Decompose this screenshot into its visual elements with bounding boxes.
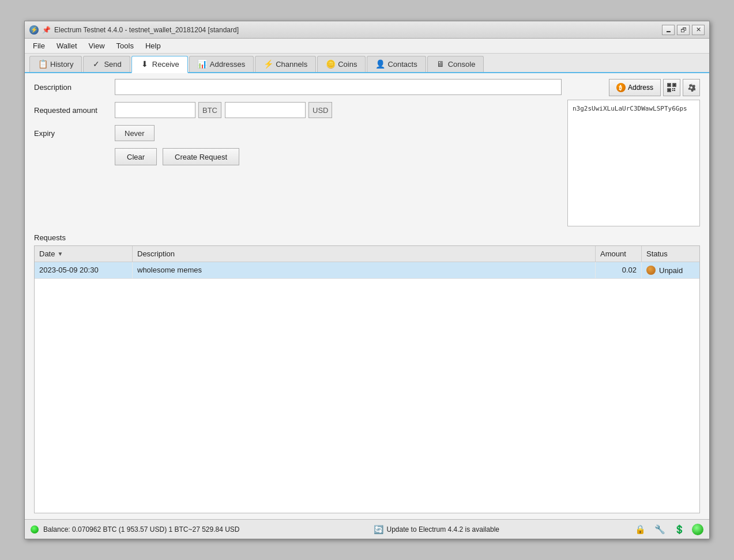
update-notice[interactable]: 🔄 Update to Electrum 4.4.2 is available <box>374 525 499 534</box>
requests-title: Requests <box>34 233 700 242</box>
pin-button[interactable]: 📌 <box>42 26 51 34</box>
svg-rect-7 <box>674 88 675 89</box>
currency-icon-btn[interactable]: 💲 <box>672 522 687 537</box>
lock-icon-btn[interactable]: 🔒 <box>633 522 648 537</box>
description-row: Description <box>34 79 562 95</box>
address-button[interactable]: ₿ Address <box>609 79 661 96</box>
description-header-label: Description <box>137 249 175 258</box>
amount-column-header[interactable]: Amount <box>596 246 642 262</box>
tools-icon-btn[interactable]: 🔧 <box>653 522 668 537</box>
requests-section: Requests Date ▼ Description Amount Statu… <box>34 233 700 513</box>
requests-table: Date ▼ Description Amount Status 2023-05… <box>34 245 700 513</box>
description-cell: wholesome memes <box>133 262 596 278</box>
content-area: Description Requested amount BTC USD Exp… <box>25 73 709 519</box>
tab-console[interactable]: 🖥 Console <box>427 56 484 72</box>
tab-receive[interactable]: ⬇ Receive <box>131 56 188 73</box>
menu-item-help[interactable]: Help <box>140 40 167 52</box>
svg-rect-8 <box>672 90 673 91</box>
address-btn-label: Address <box>628 84 653 92</box>
qr-panel: ₿ Address <box>567 79 700 226</box>
description-column-header[interactable]: Description <box>133 246 596 262</box>
status-column-header[interactable]: Status <box>642 246 699 262</box>
status-label: Unpaid <box>659 266 683 275</box>
tab-icon-console: 🖥 <box>436 59 445 69</box>
menu-item-view[interactable]: View <box>83 40 111 52</box>
btc-input[interactable] <box>115 102 195 118</box>
table-row[interactable]: 2023-05-09 20:30 wholesome memes 0.02 Un… <box>35 262 699 279</box>
svg-rect-6 <box>672 88 673 89</box>
expiry-label: Expiry <box>34 129 115 138</box>
date-header-label: Date <box>39 249 55 258</box>
amount-inputs: BTC USD <box>115 102 332 118</box>
expiry-button[interactable]: Never <box>115 125 155 141</box>
menu-item-wallet[interactable]: Wallet <box>51 40 83 52</box>
description-label: Description <box>34 83 115 92</box>
tab-channels[interactable]: ⚡ Channels <box>255 56 316 72</box>
action-buttons: Clear Create Request <box>115 148 562 165</box>
svg-rect-1 <box>668 84 670 86</box>
qr-toolbar: ₿ Address <box>567 79 700 96</box>
status-header-label: Status <box>646 249 668 258</box>
tab-bar: 📋 History ✓ Send ⬇ Receive 📊 Addresses ⚡… <box>25 54 709 73</box>
qr-code-button[interactable] <box>663 79 680 96</box>
settings-button[interactable] <box>683 79 700 96</box>
menu-item-file[interactable]: File <box>27 40 51 52</box>
sort-arrow-icon: ▼ <box>57 251 63 257</box>
create-request-button[interactable]: Create Request <box>163 148 239 165</box>
menu-bar: FileWalletViewToolsHelp <box>25 39 709 54</box>
network-status-dot[interactable] <box>692 524 703 535</box>
tab-label-coins: Coins <box>338 60 357 69</box>
tab-icon-coins: 🪙 <box>326 59 335 69</box>
tab-icon-receive: ⬇ <box>140 59 149 69</box>
connection-status-icon <box>31 525 39 533</box>
svg-rect-5 <box>668 89 670 91</box>
tab-label-history: History <box>50 60 73 69</box>
window-controls: 🗕 🗗 ✕ <box>662 25 705 35</box>
date-column-header[interactable]: Date ▼ <box>35 246 133 262</box>
tab-history[interactable]: 📋 History <box>29 56 82 72</box>
tab-label-channels: Channels <box>276 60 307 69</box>
tab-coins[interactable]: 🪙 Coins <box>317 56 366 72</box>
close-button[interactable]: ✕ <box>692 25 705 35</box>
address-display: n3g2sUwiXLuLaUrC3DWawLSPTy6Gps <box>567 100 700 226</box>
amount-header-label: Amount <box>600 249 626 258</box>
update-text: Update to Electrum 4.4.2 is available <box>387 525 499 533</box>
tab-contacts[interactable]: 👤 Contacts <box>367 56 426 72</box>
status-cell: Unpaid <box>642 262 699 278</box>
description-input[interactable] <box>115 79 562 95</box>
tab-label-send: Send <box>104 60 121 69</box>
requested-amount-row: Requested amount BTC USD <box>34 102 562 118</box>
tab-send[interactable]: ✓ Send <box>83 56 130 72</box>
tab-addresses[interactable]: 📊 Addresses <box>189 56 254 72</box>
bitcoin-icon: ₿ <box>616 83 626 92</box>
tab-icon-history: 📋 <box>38 59 47 69</box>
tab-label-console: Console <box>448 60 476 69</box>
minimize-button[interactable]: 🗕 <box>662 25 675 35</box>
status-bar: Balance: 0.070962 BTC (1 953.57 USD) 1 B… <box>25 519 709 539</box>
svg-rect-9 <box>674 90 675 91</box>
window-title: Electrum Testnet 4.4.0 - testnet_wallet_… <box>54 26 239 34</box>
top-section: Description Requested amount BTC USD Exp… <box>34 79 700 226</box>
usd-input[interactable] <box>225 102 306 118</box>
status-icon <box>646 266 656 275</box>
update-icon: 🔄 <box>374 525 383 534</box>
date-cell: 2023-05-09 20:30 <box>35 262 133 278</box>
menu-item-tools[interactable]: Tools <box>111 40 140 52</box>
tab-label-contacts: Contacts <box>387 60 417 69</box>
tab-icon-channels: ⚡ <box>264 59 273 69</box>
tab-label-addresses: Addresses <box>210 60 245 69</box>
status-right: 🔒 🔧 💲 <box>633 522 703 537</box>
expiry-row: Expiry Never <box>34 125 562 141</box>
tab-icon-addresses: 📊 <box>198 59 207 69</box>
maximize-button[interactable]: 🗗 <box>677 25 690 35</box>
amount-cell: 0.02 <box>596 262 642 278</box>
status-left: Balance: 0.070962 BTC (1 953.57 USD) 1 B… <box>31 525 240 533</box>
tab-label-receive: Receive <box>152 60 179 69</box>
tab-icon-contacts: 👤 <box>375 59 385 69</box>
form-area: Description Requested amount BTC USD Exp… <box>34 79 562 226</box>
clear-button[interactable]: Clear <box>115 148 157 165</box>
tab-icon-send: ✓ <box>92 59 101 69</box>
usd-label: USD <box>308 102 332 118</box>
table-header: Date ▼ Description Amount Status <box>35 246 699 262</box>
app-icon: ⚡ <box>29 25 39 35</box>
